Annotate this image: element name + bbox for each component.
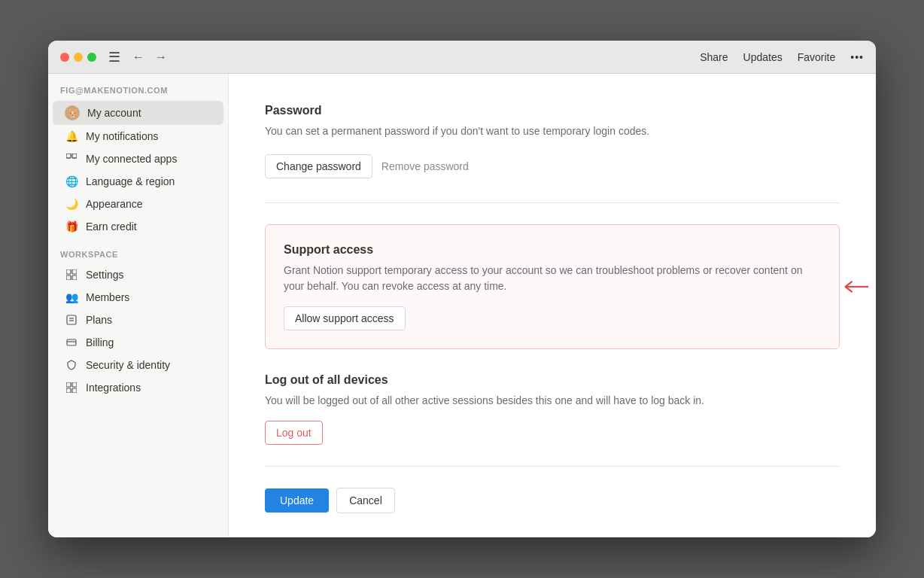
notifications-icon: 🔔 bbox=[65, 129, 78, 143]
window: ☰ ← → Share Updates Favorite ••• FIG@MAK… bbox=[48, 41, 876, 537]
sidebar-item-security-identity[interactable]: Security & identity bbox=[53, 354, 223, 376]
favorite-button[interactable]: Favorite bbox=[798, 51, 836, 63]
sidebar-item-my-account-label: My account bbox=[87, 107, 141, 119]
svg-rect-9 bbox=[67, 339, 76, 345]
main-content: FIG@MAKENOTION.COM 🐹 My account 🔔 My not… bbox=[48, 74, 876, 537]
updates-button[interactable]: Updates bbox=[743, 51, 783, 63]
logout-section-desc: You will be logged out of all other acti… bbox=[265, 393, 840, 409]
bottom-divider bbox=[265, 466, 840, 467]
more-button[interactable]: ••• bbox=[850, 51, 864, 63]
nav-controls: ← → bbox=[129, 49, 170, 65]
sidebar-item-billing-label: Billing bbox=[86, 336, 114, 348]
sidebar-item-plans[interactable]: Plans bbox=[53, 309, 223, 331]
sidebar-item-integrations-label: Integrations bbox=[86, 382, 141, 394]
support-access-title: Support access bbox=[284, 243, 821, 257]
sidebar-item-earn-credit-label: Earn credit bbox=[86, 221, 137, 233]
update-button[interactable]: Update bbox=[265, 488, 329, 513]
sidebar-item-members[interactable]: 👥 Members bbox=[53, 286, 223, 309]
forward-button[interactable]: → bbox=[152, 49, 170, 65]
password-button-row: Change password Remove password bbox=[265, 154, 840, 178]
sidebar-item-language-region-label: Language & region bbox=[86, 175, 175, 187]
members-icon: 👥 bbox=[65, 291, 78, 304]
menu-icon[interactable]: ☰ bbox=[108, 49, 120, 65]
cancel-button[interactable]: Cancel bbox=[336, 488, 395, 513]
share-button[interactable]: Share bbox=[700, 51, 728, 63]
sidebar-item-security-identity-label: Security & identity bbox=[86, 359, 170, 371]
billing-icon bbox=[65, 336, 78, 349]
settings-icon bbox=[65, 268, 78, 281]
sidebar-item-billing[interactable]: Billing bbox=[53, 331, 223, 354]
close-button[interactable] bbox=[60, 53, 69, 62]
traffic-lights bbox=[60, 53, 96, 62]
sidebar-item-appearance-label: Appearance bbox=[86, 198, 143, 210]
svg-rect-1 bbox=[72, 154, 77, 158]
language-icon: 🌐 bbox=[65, 175, 78, 188]
svg-rect-12 bbox=[72, 382, 77, 387]
svg-rect-2 bbox=[66, 269, 71, 274]
logout-button[interactable]: Log out bbox=[265, 421, 323, 445]
sidebar-item-my-account[interactable]: 🐹 My account bbox=[53, 101, 223, 125]
svg-rect-13 bbox=[66, 388, 71, 393]
integrations-icon bbox=[65, 381, 78, 394]
sidebar-item-my-notifications-label: My notifications bbox=[86, 130, 158, 142]
avatar: 🐹 bbox=[65, 105, 80, 120]
minimize-button[interactable] bbox=[74, 53, 83, 62]
sidebar-item-my-connected-apps-label: My connected apps bbox=[86, 153, 177, 165]
svg-rect-4 bbox=[66, 275, 71, 280]
sidebar-item-appearance[interactable]: 🌙 Appearance bbox=[53, 193, 223, 215]
remove-password-button[interactable]: Remove password bbox=[381, 160, 469, 172]
titlebar-actions: Share Updates Favorite ••• bbox=[700, 51, 864, 63]
titlebar: ☰ ← → Share Updates Favorite ••• bbox=[48, 41, 876, 74]
support-access-box: Support access Grant Notion support temp… bbox=[265, 224, 840, 349]
allow-support-access-button[interactable]: Allow support access bbox=[284, 306, 406, 330]
svg-rect-11 bbox=[66, 382, 71, 387]
maximize-button[interactable] bbox=[87, 53, 96, 62]
sidebar-item-integrations[interactable]: Integrations bbox=[53, 376, 223, 399]
sidebar: FIG@MAKENOTION.COM 🐹 My account 🔔 My not… bbox=[48, 74, 229, 537]
security-icon bbox=[65, 358, 78, 372]
arrow-indicator bbox=[843, 278, 870, 296]
sidebar-item-my-connected-apps[interactable]: My connected apps bbox=[53, 148, 223, 170]
change-password-button[interactable]: Change password bbox=[265, 154, 372, 178]
appearance-icon: 🌙 bbox=[65, 197, 78, 211]
sidebar-item-language-region[interactable]: 🌐 Language & region bbox=[53, 170, 223, 193]
divider-after-password bbox=[265, 202, 840, 203]
plans-icon bbox=[65, 313, 78, 327]
logout-section: Log out of all devices You will be logge… bbox=[265, 373, 840, 445]
password-section-desc: You can set a permanent password if you … bbox=[265, 123, 840, 139]
svg-rect-6 bbox=[67, 315, 76, 324]
back-button[interactable]: ← bbox=[129, 49, 147, 65]
svg-rect-14 bbox=[72, 388, 77, 393]
svg-rect-5 bbox=[72, 275, 77, 280]
sidebar-item-settings[interactable]: Settings bbox=[53, 263, 223, 286]
logout-section-title: Log out of all devices bbox=[265, 373, 840, 387]
sidebar-item-my-notifications[interactable]: 🔔 My notifications bbox=[53, 125, 223, 148]
earn-credit-icon: 🎁 bbox=[65, 220, 78, 233]
svg-rect-0 bbox=[66, 154, 71, 158]
sidebar-item-settings-label: Settings bbox=[86, 269, 124, 281]
sidebar-item-plans-label: Plans bbox=[86, 314, 112, 326]
sidebar-email: FIG@MAKENOTION.COM bbox=[48, 86, 228, 101]
support-access-desc: Grant Notion support temporary access to… bbox=[284, 263, 821, 294]
workspace-section-label: WORKSPACE bbox=[48, 238, 228, 263]
sidebar-item-members-label: Members bbox=[86, 291, 129, 303]
svg-rect-3 bbox=[72, 269, 77, 274]
connected-apps-icon bbox=[65, 152, 78, 166]
content-area: Password You can set a permanent passwor… bbox=[229, 74, 876, 537]
password-section-title: Password bbox=[265, 104, 840, 117]
bottom-actions: Update Cancel bbox=[265, 488, 840, 513]
sidebar-item-earn-credit[interactable]: 🎁 Earn credit bbox=[53, 215, 223, 238]
